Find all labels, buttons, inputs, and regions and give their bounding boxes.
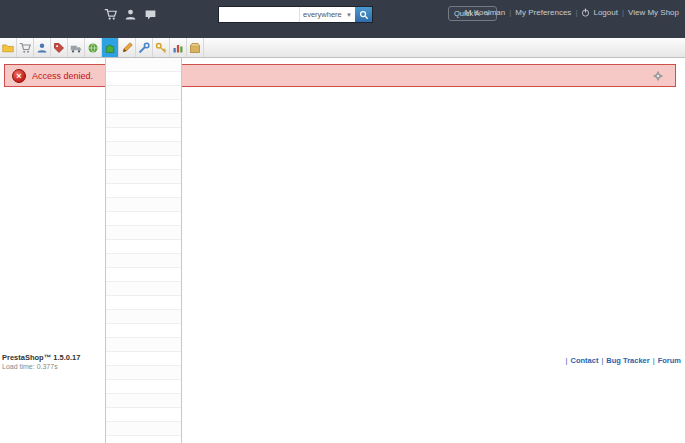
price-tag-icon <box>53 42 65 54</box>
menu-item[interactable] <box>106 198 181 212</box>
menu-item[interactable] <box>106 422 181 436</box>
menu-item[interactable] <box>106 156 181 170</box>
search-icon <box>359 10 369 20</box>
menu-item[interactable] <box>106 226 181 240</box>
prestashop-version-label: PrestaShop™ 1.5.0.17 <box>2 353 80 362</box>
tab-advanced-parameters[interactable] <box>136 38 153 57</box>
customer-icon <box>36 42 48 54</box>
logout-link[interactable]: Logout <box>581 8 617 17</box>
search-scope-value: everywhere <box>303 10 342 19</box>
menu-item[interactable] <box>106 114 181 128</box>
forum-link[interactable]: Forum <box>658 356 681 365</box>
logout-label: Logout <box>593 8 617 17</box>
chevron-down-icon: ▼ <box>346 12 352 18</box>
bar-chart-icon <box>172 42 184 54</box>
menu-item[interactable] <box>106 58 181 72</box>
footer-links: | Contact | Bug Tracker | Forum <box>566 356 681 365</box>
messages-icon[interactable] <box>144 8 157 21</box>
header-links: M Koelman | My Preferences | Logout | Vi… <box>465 8 679 17</box>
gear-icon[interactable] <box>653 71 663 81</box>
pencil-icon <box>121 42 133 54</box>
error-x-icon: × <box>12 69 26 83</box>
search-scope-select[interactable]: everywhere ▼ <box>299 7 355 22</box>
menu-item[interactable] <box>106 366 181 380</box>
customers-icon[interactable] <box>124 8 137 21</box>
main-menu-toolbar <box>0 38 685 58</box>
tab-shipping[interactable] <box>68 38 85 57</box>
menu-item[interactable] <box>106 100 181 114</box>
menu-item[interactable] <box>106 352 181 366</box>
menu-item[interactable] <box>106 212 181 226</box>
header-shortcut-icons <box>104 8 157 21</box>
search-button[interactable] <box>355 7 372 22</box>
menu-item[interactable] <box>106 72 181 86</box>
globe-icon <box>87 42 99 54</box>
menu-item[interactable] <box>106 408 181 422</box>
menu-item[interactable] <box>106 282 181 296</box>
footer-version: PrestaShop™ 1.5.0.17 Load time: 0.377s <box>2 353 80 370</box>
cart-icon <box>19 42 31 54</box>
top-header: everywhere ▼ Quick A ▼ M Koelman | My Pr… <box>0 0 685 38</box>
menu-item[interactable] <box>106 338 181 352</box>
cart-icon[interactable] <box>104 8 117 21</box>
menu-item[interactable] <box>106 296 181 310</box>
menu-item[interactable] <box>106 324 181 338</box>
menu-item-list <box>106 58 181 436</box>
view-my-shop-link[interactable]: View My Shop <box>628 8 679 17</box>
menu-item[interactable] <box>106 128 181 142</box>
employee-name-link[interactable]: M Koelman <box>465 8 505 17</box>
menu-item[interactable] <box>106 268 181 282</box>
menu-item[interactable] <box>106 240 181 254</box>
menu-item[interactable] <box>106 86 181 100</box>
bug-tracker-link[interactable]: Bug Tracker <box>606 356 649 365</box>
wrench-icon <box>138 42 150 54</box>
box-icon <box>189 42 201 54</box>
menu-item[interactable] <box>106 142 181 156</box>
menu-item[interactable] <box>106 184 181 198</box>
tab-orders[interactable] <box>17 38 34 57</box>
error-message: Access denied. <box>32 71 93 81</box>
menu-item[interactable] <box>106 254 181 268</box>
my-preferences-link[interactable]: My Preferences <box>515 8 571 17</box>
menu-item[interactable] <box>106 394 181 408</box>
menu-item[interactable] <box>106 170 181 184</box>
key-icon <box>155 42 167 54</box>
power-icon <box>581 8 590 17</box>
load-time-label: Load time: 0.377s <box>2 363 80 370</box>
open-menu-dropdown <box>105 58 182 443</box>
header-search: everywhere ▼ <box>218 6 373 23</box>
tab-stock[interactable] <box>187 38 204 57</box>
contact-link[interactable]: Contact <box>570 356 598 365</box>
menu-item[interactable] <box>106 310 181 324</box>
truck-icon <box>70 42 82 54</box>
search-input[interactable] <box>219 7 299 22</box>
tab-modules[interactable] <box>102 38 119 57</box>
tab-preferences[interactable] <box>119 38 136 57</box>
catalog-icon <box>2 42 14 54</box>
tab-localization[interactable] <box>85 38 102 57</box>
tab-customers[interactable] <box>34 38 51 57</box>
tab-stats[interactable] <box>170 38 187 57</box>
tab-administration[interactable] <box>153 38 170 57</box>
tab-price-rules[interactable] <box>51 38 68 57</box>
menu-item[interactable] <box>106 380 181 394</box>
tab-catalog[interactable] <box>0 38 17 57</box>
modules-puzzle-icon <box>104 42 116 54</box>
